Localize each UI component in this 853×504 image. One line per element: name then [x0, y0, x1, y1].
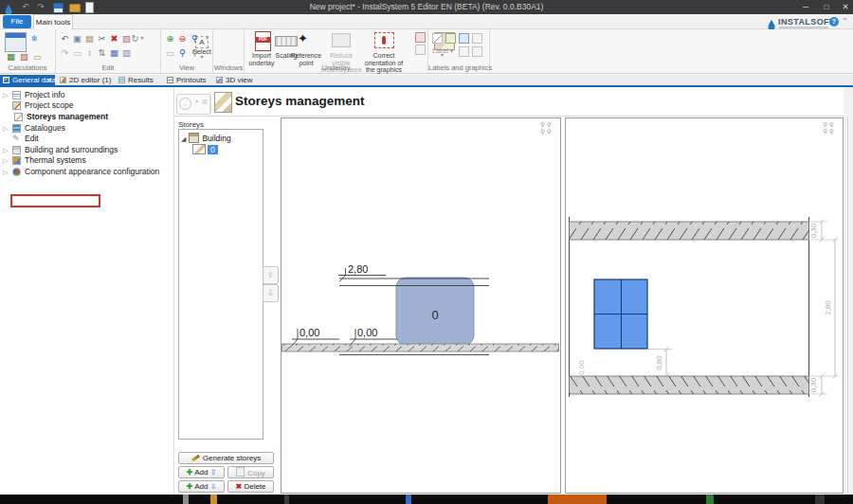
panel-zoom-icons[interactable]: ⚲⚲⚲⚲: [539, 121, 554, 135]
file-tab[interactable]: File: [3, 15, 31, 28]
zoom-out-icon[interactable]: ⊖: [176, 32, 189, 45]
delete-icon[interactable]: ✖: [108, 32, 120, 45]
collapse-ribbon-icon[interactable]: ⌃: [842, 17, 848, 26]
taskbar-icon[interactable]: [183, 495, 189, 504]
add-storey-above-button[interactable]: ✚ Add ⇧: [178, 466, 225, 478]
calc-options-icon[interactable]: ▧: [18, 50, 30, 63]
minimize-button[interactable]: ─: [796, 0, 815, 14]
ribbon-tab-row: File Main tools INSTALSOFT ? ⌃: [0, 14, 853, 29]
sidebar-item-building-surroundings[interactable]: ▷ Building and surroundings: [0, 145, 173, 155]
sidebar-item-edit[interactable]: ✎ Edit: [0, 134, 173, 144]
label-button[interactable]: Label ▾: [432, 47, 453, 54]
calc-results-icon[interactable]: ▦: [5, 50, 17, 63]
labels-extra-icon-2[interactable]: [472, 46, 482, 57]
plus-icon: ✚: [187, 482, 193, 491]
undo-icon[interactable]: ↶: [59, 32, 71, 45]
tree-node-storey[interactable]: 0: [192, 144, 218, 154]
edit-label-icon[interactable]: [445, 33, 456, 44]
align-vertical-icon[interactable]: ↕: [83, 46, 96, 59]
undo-icon[interactable]: ↶: [19, 1, 32, 13]
calculations-button-icon[interactable]: [5, 32, 27, 52]
storeys-tree-panel[interactable]: ◢Building 0: [178, 129, 263, 440]
taskbar-icon[interactable]: [284, 495, 289, 504]
new-document-icon[interactable]: [85, 2, 94, 13]
nav-star-icon[interactable]: ✦: [194, 98, 199, 104]
expander-icon[interactable]: ▷: [3, 90, 9, 100]
sidebar-item-catalogues[interactable]: ▷ Catalogues: [0, 123, 173, 134]
back-icon[interactable]: ←: [179, 98, 191, 110]
redo-icon[interactable]: ↷: [59, 46, 71, 59]
tab-general-data[interactable]: General data ✕: [0, 75, 55, 85]
sidebar-item-project-info[interactable]: ▷ Project info: [0, 90, 173, 100]
sidebar-item-project-scope[interactable]: Project scope: [0, 100, 173, 111]
panel-zoom-icons[interactable]: ⚲⚲⚲⚲: [822, 121, 837, 135]
floor-dim-text: 0,30: [809, 377, 818, 392]
add-storey-below-button[interactable]: ✚ Add ⇩: [178, 480, 225, 493]
navigation-back-group: ← ✦ ▥: [176, 94, 211, 115]
view-dropdown-icon[interactable]: ▾: [201, 32, 213, 45]
copy-icon[interactable]: ▣: [71, 32, 83, 45]
help-icon[interactable]: ?: [829, 17, 839, 27]
brand-tagline: [779, 27, 828, 28]
snowflake-icon[interactable]: ❄: [28, 32, 41, 45]
expander-icon[interactable]: ▷: [3, 145, 9, 155]
save-icon[interactable]: [53, 3, 64, 13]
taskbar-icon[interactable]: [815, 495, 825, 504]
open-folder-icon[interactable]: [69, 4, 81, 12]
zoom-previous-icon[interactable]: ⚲: [189, 46, 201, 59]
frame-icon[interactable]: ▭: [71, 46, 83, 59]
ruler-icon: [275, 36, 298, 46]
labels-extra-icon-1[interactable]: [459, 46, 469, 57]
swap-icon[interactable]: ⇅: [96, 46, 108, 59]
tab-results[interactable]: Results: [118, 75, 154, 85]
tab-3d-view[interactable]: 3D view: [216, 75, 252, 85]
os-taskbar[interactable]: [0, 495, 853, 504]
redo-icon[interactable]: ↷: [34, 1, 47, 13]
move-storey-down-button[interactable]: ⇩: [263, 284, 279, 302]
sidebar-item-label: Thermal systems: [25, 155, 86, 166]
calc-report-icon[interactable]: ▭: [31, 50, 44, 63]
nav-windows-icon[interactable]: ▥: [202, 98, 208, 104]
taskbar-active-app[interactable]: [548, 495, 607, 504]
sidebar-item-component-appearance[interactable]: ▷ Component appearance configuration: [0, 167, 173, 177]
expander-icon[interactable]: ▷: [3, 167, 9, 177]
main-tools-tab[interactable]: Main tools: [33, 14, 73, 29]
zoom-extent-icon[interactable]: ▭: [164, 46, 176, 59]
tab-2d-editor[interactable]: 2D editor (1): [60, 75, 111, 85]
zoom-window-icon[interactable]: ⚲: [189, 32, 201, 45]
mirror-icon[interactable]: ▥: [120, 46, 133, 59]
underlay-extra-icon-1[interactable]: [415, 32, 426, 43]
tab-printouts[interactable]: Printouts: [167, 75, 207, 85]
ribbon-group-calculations: ❄ ▦ ▧ ▭ Calculations: [0, 29, 56, 73]
expander-open-icon[interactable]: ◢: [181, 135, 186, 142]
storey-scheme-canvas[interactable]: ⚲⚲⚲⚲ 0 2,80: [281, 117, 561, 494]
copy-storey-button[interactable]: Copy: [227, 466, 274, 478]
graphics-chart-icon[interactable]: [459, 33, 469, 44]
move-storey-up-button[interactable]: ⇧: [263, 266, 279, 284]
tab-close-icon[interactable]: ✕: [47, 75, 52, 85]
sidebar-item-storeys-management[interactable]: Storeys management: [0, 112, 173, 122]
delete-storey-button[interactable]: ✖ Delete: [227, 480, 274, 493]
close-button[interactable]: ✕: [836, 0, 853, 14]
storey-section-canvas[interactable]: ⚲⚲⚲⚲ 0,80 0,00: [565, 117, 844, 494]
underlay-extra-icon-2[interactable]: [415, 45, 426, 55]
taskbar-icon[interactable]: [210, 495, 217, 504]
navigation-tree: ▷ Project info Project scope Storeys man…: [0, 87, 173, 494]
maximize-button[interactable]: □: [817, 0, 836, 14]
zoom-selection-icon[interactable]: ⚲: [176, 46, 189, 59]
grid-edit-icon[interactable]: ▦: [108, 46, 120, 59]
sidebar-item-thermal-systems[interactable]: ▷ Thermal systems: [0, 155, 173, 166]
cut-icon[interactable]: ✂: [96, 32, 108, 45]
zoom-in-icon[interactable]: ⊕: [164, 32, 176, 45]
expander-icon[interactable]: ▷: [3, 123, 9, 134]
tree-node-building[interactable]: ◢Building: [181, 133, 231, 143]
graphics-extra-icon[interactable]: [472, 33, 482, 44]
taskbar-icon[interactable]: [706, 495, 714, 504]
generate-storeys-button[interactable]: Generate storeys: [178, 452, 274, 464]
expander-icon[interactable]: ▷: [3, 155, 9, 166]
leader-line-icon[interactable]: [432, 33, 443, 44]
paste-icon[interactable]: ▤: [83, 32, 96, 45]
copy-icon: [236, 467, 245, 477]
refresh-dropdown-icon[interactable]: ▾: [138, 32, 146, 45]
taskbar-icon[interactable]: [406, 495, 411, 504]
